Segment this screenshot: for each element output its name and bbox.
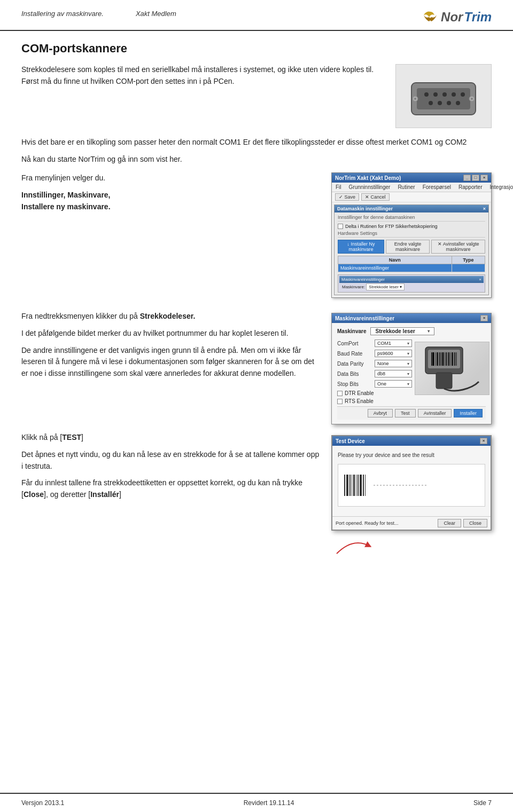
rts-row: RTS Enable	[337, 398, 412, 404]
comport-dropdown[interactable]: COM1 ▾	[375, 340, 412, 347]
header-subtitle: Xakt Medlem	[136, 10, 176, 18]
text-col-2: Fra nedtrekksmenyen klikker du på Strekk…	[21, 311, 321, 384]
dataparity-dropdown[interactable]: None ▾	[375, 360, 412, 367]
ftp-label: Delta i Rutinen for FTP Sikkerhetskopier…	[345, 224, 437, 229]
maskinvare-value: Strekkode leser	[375, 328, 415, 334]
databits-dropdown[interactable]: db8 ▾	[375, 370, 412, 377]
datamaskin-content: Innstillinger for denne datamaskinen Del…	[335, 212, 488, 295]
menu-grunninnstillinger[interactable]: Grunninnstillinger	[347, 184, 392, 191]
svg-point-8	[438, 101, 442, 105]
save-toolbar-button[interactable]: ✓ Save	[335, 193, 359, 201]
test-display	[338, 464, 485, 507]
hardware-table: Navn Type Maskinvareinnstillinger	[338, 256, 485, 272]
image-col-2: Maskinvareinnstillinger × Maskinvare Str…	[331, 311, 492, 424]
databits-label: Data Bits	[337, 371, 375, 377]
screenshots-section-3: Klikk nå på [TEST] Det åpnes et nytt vin…	[21, 432, 492, 556]
test-buttons: Clear Close	[438, 519, 487, 527]
maskinvare-dropdown[interactable]: Strekkode leser ▾	[370, 327, 434, 335]
close-button[interactable]: ×	[480, 175, 488, 181]
test-instruction: Please try your device and see the resul…	[338, 451, 485, 460]
baudrate-row: Baud Rate ps9600 ▾	[337, 350, 412, 357]
para9: Klikk nå på [TEST]	[21, 432, 321, 444]
sub-content: Maskinvare: Strekkode leser ▾	[339, 283, 484, 291]
clear-button[interactable]: Clear	[438, 519, 461, 527]
sub-close[interactable]: ×	[479, 277, 481, 282]
stopbits-dropdown[interactable]: One ▾	[375, 380, 412, 388]
baudrate-arrow-icon: ▾	[407, 351, 409, 356]
stopbits-row: Stop Bits One ▾	[337, 380, 412, 388]
menu-foresporsel[interactable]: Forespørsel	[421, 184, 453, 191]
datamaskin-innstillinger-window: Datamaskin innstillinger × Innstillinger…	[334, 204, 489, 295]
test-bold: TEST	[62, 433, 81, 442]
endre-button[interactable]: Endre valgte maskinvare	[386, 240, 430, 254]
svg-rect-37	[352, 475, 352, 496]
sub-titlebar: Maskinvareinnstillinger ×	[339, 276, 484, 283]
svg-rect-38	[353, 475, 355, 496]
para11: Får du innlest tallene fra strekkodeetti…	[21, 477, 321, 500]
hardware-section: Hardware Settings	[338, 231, 485, 238]
cancel-toolbar-button[interactable]: ✕ Cancel	[361, 193, 390, 201]
logo-trim-text: Trim	[464, 10, 492, 25]
sub-title: Maskinvareinnstillinger	[341, 277, 385, 282]
text-col-1: Fra menylinjen velger du. Innstillinger,…	[21, 172, 321, 218]
test-close-btn[interactable]: ×	[480, 438, 487, 444]
menu-rutiner[interactable]: Rutiner	[396, 184, 416, 191]
svg-rect-1	[417, 88, 470, 109]
page: Installering av maskinvare. Xakt Medlem …	[0, 0, 513, 812]
dropdown-arrow-icon: ▾	[428, 329, 430, 334]
sub-window: Maskinvareinnstillinger × Maskinvare: St…	[338, 274, 485, 293]
maximize-button[interactable]: □	[472, 175, 479, 181]
datamaskin-close[interactable]: ×	[483, 206, 486, 211]
settings-fields: ComPort COM1 ▾ Baud Rate ps9600	[337, 340, 412, 406]
baudrate-value: ps9600	[377, 351, 393, 356]
menu-fil[interactable]: Fil	[334, 184, 343, 191]
para6: Fra nedtrekksmenyen klikker du på Strekk…	[21, 311, 321, 322]
svg-rect-40	[357, 475, 359, 496]
baudrate-dropdown[interactable]: ps9600 ▾	[375, 350, 412, 357]
avinstaller-button[interactable]: ✕ Avinstaller valgte maskinvare	[431, 240, 485, 254]
rts-checkbox[interactable]	[337, 399, 343, 404]
main-window-titlebar: NorTrim Xakt (Xakt Demo) _ □ ×	[332, 173, 491, 183]
para2: Hvis det bare er en tilkopling som passe…	[21, 137, 492, 148]
nortrim-main-window: NorTrim Xakt (Xakt Demo) _ □ × Fil Grunn…	[331, 172, 492, 298]
dtr-checkbox[interactable]	[337, 391, 343, 396]
para5: Innstillinger, Maskinvare, Installere ny…	[21, 190, 321, 212]
settings-main-area: ComPort COM1 ▾ Baud Rate ps9600	[337, 340, 486, 406]
close-bold: Close	[24, 490, 44, 499]
settings-action-bar: Avbryt Test AvInstaller Installer	[337, 406, 486, 420]
svg-rect-43	[365, 475, 366, 496]
settings-close-btn[interactable]: ×	[480, 315, 488, 321]
row-type	[452, 264, 485, 272]
text-col-3: Klikk nå på [TEST] Det åpnes et nytt vin…	[21, 432, 321, 506]
test-status: Port opened. Ready for test...	[336, 521, 399, 526]
intro-text: Strekkodelesere som koples til med en se…	[21, 64, 385, 128]
rts-label: RTS Enable	[345, 398, 374, 404]
header-title-row: Installering av maskinvare. Xakt Medlem	[21, 10, 176, 18]
image-col-3: Test Device × Please try your device and…	[331, 432, 492, 556]
minimize-button[interactable]: _	[463, 175, 471, 181]
test-button[interactable]: Test	[395, 409, 416, 417]
close-test-button[interactable]: Close	[463, 519, 487, 527]
installer-ny-button[interactable]: ↓ Installer Ny maskinvare	[338, 240, 384, 254]
avbryt-button[interactable]: Avbryt	[368, 409, 393, 417]
para8: De andre innstillingene er det vanligvis…	[21, 345, 321, 380]
comport-value: COM1	[377, 341, 391, 346]
para4: Fra menylinjen velger du.	[21, 172, 321, 184]
hardware-buttons: ↓ Installer Ny maskinvare Endre valgte m…	[338, 240, 485, 254]
avinstaller-settings-button[interactable]: AvInstaller	[418, 409, 452, 417]
installer-settings-button[interactable]: Installer	[454, 409, 483, 417]
databits-value: db8	[377, 371, 385, 376]
main-toolbar: ✓ Save ✕ Cancel	[332, 192, 491, 202]
screenshots-section-1: Fra menylinjen velger du. Innstillinger,…	[21, 172, 492, 303]
menu-rapporter[interactable]: Rapporter	[457, 184, 484, 191]
menu-integrasjoner[interactable]: Integrasjoner	[488, 184, 513, 191]
image-col-1: NorTrim Xakt (Xakt Demo) _ □ × Fil Grunn…	[331, 172, 492, 303]
svg-point-5	[452, 92, 456, 97]
ftp-checkbox[interactable]	[338, 224, 343, 229]
test-title: Test Device	[336, 438, 365, 444]
svg-point-10	[456, 101, 460, 105]
test-device-window: Test Device × Please try your device and…	[331, 435, 492, 531]
curved-arrow-svg	[331, 535, 374, 556]
sub-dropdown[interactable]: Strekkode leser ▾	[366, 283, 405, 290]
hardware-table-row[interactable]: Maskinvareinnstillinger	[338, 264, 485, 272]
